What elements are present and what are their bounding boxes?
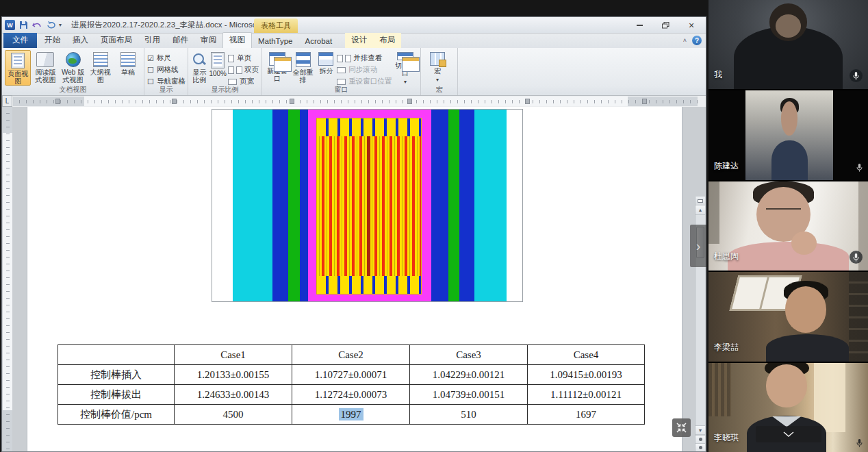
figure-bottom-control-rods <box>317 276 421 294</box>
header-cell-case2[interactable]: Case2 <box>292 345 410 365</box>
table-row: 控制棒价值/pcm 4500 1997 510 1697 <box>58 405 645 425</box>
minimize-button[interactable] <box>630 19 648 31</box>
figure-fuel-pins <box>317 136 421 276</box>
zoom-button[interactable]: 显示比例 <box>191 50 207 86</box>
tab-mailings[interactable]: 邮件 <box>166 33 194 48</box>
ruler-column-marker[interactable] <box>525 99 530 104</box>
tab-mathtype[interactable]: MathType <box>252 35 299 48</box>
tab-view[interactable]: 视图 <box>222 32 252 48</box>
scroll-up-button[interactable]: ▲ <box>695 205 705 215</box>
figure-fuel-lattice <box>316 118 422 294</box>
ruler-column-marker[interactable] <box>290 99 294 104</box>
ribbon-right-controls: ˄ ? <box>683 36 702 45</box>
print-layout-button[interactable]: 页面视图 <box>5 50 31 86</box>
new-window-button[interactable]: 新建窗口 <box>265 50 290 86</box>
full-screen-reading-button[interactable]: 阅读版式视图 <box>32 50 58 86</box>
cell[interactable]: 1697 <box>528 405 645 425</box>
synchronous-scrolling-button[interactable]: 同步滚动 <box>337 65 392 75</box>
split-button[interactable]: 拆分 <box>317 50 335 86</box>
cell[interactable]: 1.20133±0.00155 <box>175 365 292 385</box>
participant-name: 陈建达 <box>714 160 739 172</box>
ruler-column-marker[interactable] <box>55 99 60 104</box>
tab-table-layout[interactable]: 布局 <box>373 33 401 48</box>
tab-file[interactable]: 文件 <box>3 33 37 48</box>
qat-customize-dropdown-icon[interactable]: ▾ <box>59 22 62 28</box>
header-cell-blank[interactable] <box>58 345 175 365</box>
one-page-button[interactable]: 单页 <box>228 53 259 63</box>
redo-icon[interactable] <box>45 20 56 31</box>
row-label[interactable]: 控制棒拔出 <box>58 385 175 405</box>
cell-selected[interactable]: 1997 <box>292 405 410 425</box>
tab-stop-selector[interactable]: L <box>2 95 12 107</box>
group-zoom: 显示比例 100% 单页 双页 <box>188 48 262 95</box>
select-browse-object-button[interactable] <box>695 435 705 443</box>
figure-band-blue <box>300 110 308 301</box>
next-page-button[interactable] <box>695 443 705 451</box>
cell[interactable]: 510 <box>410 405 528 425</box>
mic-icon[interactable] <box>856 162 863 175</box>
undo-icon[interactable] <box>31 20 42 31</box>
view-side-by-side-button[interactable]: 并排查看 <box>337 53 392 63</box>
header-cell-case1[interactable]: Case1 <box>175 345 292 365</box>
cell[interactable]: 4500 <box>175 405 292 425</box>
cell[interactable]: 1.11112±0.00121 <box>528 385 645 405</box>
ruler-column-marker[interactable] <box>642 99 647 104</box>
figure-band-blue <box>272 110 288 301</box>
tab-references[interactable]: 引用 <box>138 33 166 48</box>
two-pages-button[interactable]: 双页 <box>228 65 259 75</box>
help-icon[interactable]: ? <box>692 36 702 45</box>
sidebar-toggle-button[interactable]: › <box>690 225 706 267</box>
collapse-tiles-button[interactable] <box>756 426 821 442</box>
zoom-100-button[interactable]: 100% <box>209 50 227 86</box>
ruler-column-marker[interactable] <box>407 99 412 104</box>
ribbon-tabs: 文件 开始 插入 页面布局 引用 邮件 审阅 视图 MathType Acrob… <box>2 34 706 48</box>
ruler-toggle-button[interactable] <box>695 197 705 205</box>
cell[interactable]: 1.09415±0.00193 <box>528 365 645 385</box>
horizontal-ruler[interactable] <box>13 97 698 106</box>
gridlines-checkbox[interactable]: ☐ 网格线 <box>147 65 186 75</box>
participant-tile[interactable]: 李晓琪 <box>709 363 868 452</box>
cell[interactable]: 1.24633±0.00143 <box>175 385 292 405</box>
tab-review[interactable]: 审阅 <box>194 33 222 48</box>
restore-button[interactable] <box>656 19 674 31</box>
header-cell-case4[interactable]: Case4 <box>528 345 645 365</box>
arrange-all-button[interactable]: 全部重排 <box>291 50 316 86</box>
header-cell-case3[interactable]: Case3 <box>410 345 528 365</box>
tab-acrobat[interactable]: Acrobat <box>299 35 339 48</box>
macros-button[interactable]: 宏 ▾ <box>424 50 451 86</box>
document-page[interactable]: Case1 Case2 Case3 Case4 控制棒插入 1.20133±0.… <box>27 107 682 451</box>
tab-home[interactable]: 开始 <box>38 33 66 48</box>
save-icon[interactable] <box>18 20 29 31</box>
close-button[interactable]: × <box>682 19 700 31</box>
reactor-core-figure[interactable] <box>212 109 523 302</box>
cell[interactable]: 1.10727±0.00071 <box>292 365 410 385</box>
globe-icon <box>66 52 81 67</box>
fit-to-window-button[interactable] <box>672 418 691 437</box>
mic-icon[interactable] <box>850 69 863 82</box>
outline-view-button[interactable]: 大纲视图 <box>88 50 114 86</box>
scroll-down-button[interactable]: ▼ <box>695 425 705 435</box>
ruler-checkbox[interactable]: ☑ 标尺 <box>147 53 186 63</box>
tab-page-layout[interactable]: 页面布局 <box>94 33 138 48</box>
participant-tile[interactable]: 李梁喆 <box>709 272 868 361</box>
tab-table-design[interactable]: 设计 <box>345 33 373 48</box>
web-layout-button[interactable]: Web 版式视图 <box>60 50 86 86</box>
cell[interactable]: 1.04739±0.00151 <box>410 385 528 405</box>
cell[interactable]: 1.04229±0.00121 <box>410 365 528 385</box>
cell[interactable]: 1.12724±0.00073 <box>292 385 410 405</box>
results-table[interactable]: Case1 Case2 Case3 Case4 控制棒插入 1.20133±0.… <box>58 344 645 425</box>
side-by-side-label: 并排查看 <box>353 53 382 63</box>
participant-tile[interactable]: 我 <box>709 0 868 89</box>
switch-windows-button[interactable]: 切换窗口 ▾ <box>393 50 418 86</box>
word-logo-icon[interactable]: W <box>5 20 15 30</box>
tab-insert[interactable]: 插入 <box>66 33 94 48</box>
collapse-ribbon-icon[interactable]: ˄ <box>683 37 687 44</box>
row-label[interactable]: 控制棒价值/pcm <box>58 405 175 425</box>
ruler-column-marker[interactable] <box>172 99 177 104</box>
vertical-ruler[interactable] <box>3 107 12 451</box>
draft-view-button[interactable]: 草稿 <box>115 50 141 86</box>
mic-icon[interactable] <box>856 438 863 450</box>
participant-tile[interactable]: 陈建达 <box>709 90 868 179</box>
participant-tile[interactable]: 杜思陶 <box>709 181 868 271</box>
row-label[interactable]: 控制棒插入 <box>58 365 175 385</box>
